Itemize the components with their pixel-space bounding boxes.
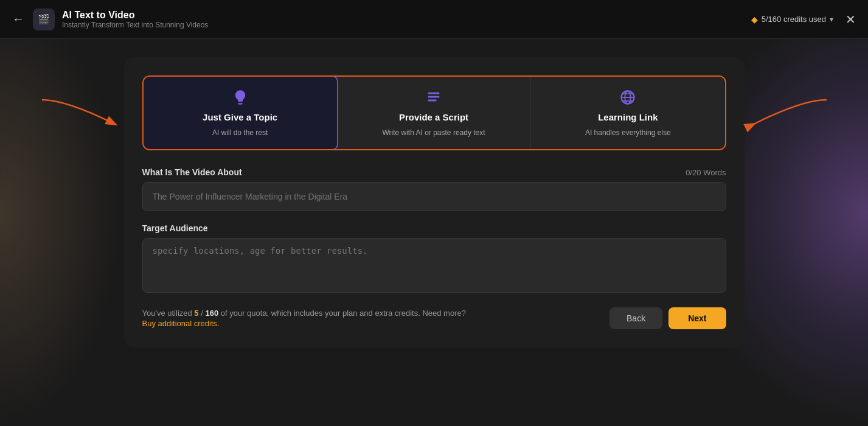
arrow-left [36,94,121,142]
back-button[interactable]: ← [12,12,24,26]
topic-mode-title: Just Give a Topic [203,112,277,122]
learning-mode-desc: AI handles everything else [585,128,671,137]
back-button[interactable]: Back [609,307,662,329]
topic-mode-desc: AI will do the rest [212,128,268,137]
topic-field-row: What Is The Video About 0/20 Words [142,167,726,211]
mode-option-learning[interactable]: Learning Link AI handles everything else [531,77,724,149]
content-card: Just Give a Topic AI will do the rest Pr… [124,57,745,347]
main-content: Just Give a Topic AI will do the rest Pr… [0,39,868,426]
script-mode-title: Provide a Script [399,112,468,122]
arrow-right [748,94,833,142]
footer-bar: You've utilized 5 / 160 of your quota, w… [142,307,726,329]
mode-selector: Just Give a Topic AI will do the rest Pr… [142,75,726,150]
word-count: 0/20 Words [686,168,726,177]
topic-input[interactable] [142,182,726,211]
quota-info: You've utilized 5 / 160 of your quota, w… [142,309,466,329]
audience-label-row: Target Audience [142,223,726,233]
diamond-icon: ◆ [751,15,758,24]
quota-text: You've utilized 5 / 160 of your quota, w… [142,309,466,318]
topic-label: What Is The Video About [142,167,242,177]
header-title-block: AI Text to Video Instantly Transform Tex… [62,10,751,29]
credits-chevron-icon[interactable]: ▾ [830,15,833,24]
credits-text: 5/160 credits used [762,15,826,24]
app-title: AI Text to Video [62,10,751,21]
mode-option-topic[interactable]: Just Give a Topic AI will do the rest [142,75,338,150]
mode-option-script[interactable]: Provide a Script Write with AI or paste … [337,77,531,149]
credits-display: ◆ 5/160 credits used ▾ [751,15,833,24]
audience-field-row: Target Audience [142,223,726,295]
app-subtitle: Instantly Transform Text into Stunning V… [62,21,751,29]
lightbulb-icon [232,89,249,106]
learning-mode-title: Learning Link [598,112,658,122]
buy-credits-link[interactable]: Buy additional credits. [142,319,220,328]
next-button[interactable]: Next [668,307,726,329]
topic-label-row: What Is The Video About 0/20 Words [142,167,726,177]
app-logo: 🎬 [33,9,55,30]
footer-buttons: Back Next [609,307,726,329]
svg-rect-0 [428,93,440,94]
script-icon [425,89,442,106]
header: ← 🎬 AI Text to Video Instantly Transform… [0,0,868,39]
svg-rect-1 [428,96,440,98]
close-button[interactable]: ✕ [845,12,856,27]
script-mode-desc: Write with AI or paste ready text [382,128,485,137]
globe-icon [619,89,636,106]
audience-input[interactable] [142,238,726,293]
svg-rect-2 [428,100,437,102]
audience-label: Target Audience [142,223,208,233]
